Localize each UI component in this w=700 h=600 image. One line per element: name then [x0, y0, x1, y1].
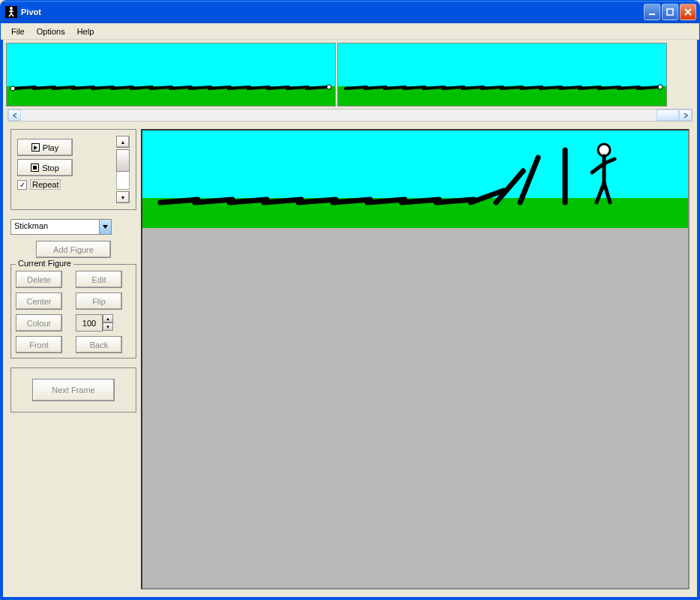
filmstrip-scrollbar[interactable]	[7, 109, 693, 122]
svg-line-37	[540, 87, 561, 88]
scroll-left-button[interactable]	[8, 110, 21, 121]
svg-point-25	[10, 86, 15, 91]
close-button[interactable]	[680, 4, 696, 20]
size-up-button[interactable]: ▲	[103, 314, 113, 322]
svg-line-47	[229, 200, 267, 202]
figure-dropdown[interactable]: Stickman	[10, 219, 112, 235]
svg-line-56	[520, 158, 538, 202]
svg-line-10	[34, 87, 55, 88]
canvas-figures	[142, 130, 688, 228]
chevron-right-icon	[684, 112, 688, 118]
thumb-figures	[7, 44, 336, 106]
frame-thumbnail[interactable]	[337, 43, 667, 106]
menu-help[interactable]: Help	[71, 26, 100, 38]
current-figure-group: Current Figure Delete Edit Center Flip C…	[10, 264, 136, 358]
scroll-thumb[interactable]	[657, 110, 679, 121]
svg-line-50	[333, 200, 370, 202]
canvas-area[interactable]	[141, 129, 690, 590]
svg-point-26	[327, 85, 331, 89]
size-stepper[interactable]: 100 ▲ ▼	[76, 314, 131, 332]
front-label: Front	[29, 340, 49, 350]
svg-line-39	[579, 87, 600, 88]
chevron-down-icon	[103, 225, 108, 229]
add-figure-button[interactable]: Add Figure	[36, 241, 111, 258]
svg-line-51	[367, 200, 405, 202]
size-value[interactable]: 100	[76, 314, 103, 332]
scroll-track[interactable]	[21, 110, 679, 121]
center-button[interactable]: Center	[16, 292, 62, 310]
canvas[interactable]	[142, 130, 688, 228]
front-button[interactable]: Front	[16, 336, 62, 353]
svg-line-24	[307, 87, 328, 88]
maximize-button[interactable]	[662, 4, 678, 20]
size-down-button[interactable]: ▼	[103, 322, 113, 331]
svg-line-23	[287, 87, 308, 88]
filmstrip[interactable]	[6, 43, 694, 106]
svg-line-18	[190, 87, 211, 88]
svg-line-22	[268, 87, 289, 88]
add-figure-label: Add Figure	[53, 245, 94, 254]
close-icon	[684, 8, 692, 16]
next-frame-button[interactable]: Next Frame	[32, 379, 115, 401]
next-frame-panel: Next Frame	[10, 368, 136, 412]
delete-button[interactable]: Delete	[16, 271, 62, 288]
flip-button[interactable]: Flip	[76, 292, 122, 310]
titlebar[interactable]: Pivot	[1, 1, 699, 23]
next-frame-label: Next Frame	[52, 386, 94, 394]
colour-button[interactable]: Colour	[16, 314, 62, 332]
scroll-right-button[interactable]	[679, 110, 692, 121]
svg-point-67	[299, 197, 304, 202]
speed-thumb[interactable]	[116, 149, 130, 172]
sidebar: Play Stop ✓	[10, 129, 136, 590]
minimize-button[interactable]	[644, 4, 660, 20]
play-label: Play	[43, 143, 58, 152]
back-button[interactable]: Back	[76, 336, 122, 353]
menubar: File Options Help	[1, 23, 699, 40]
frame-thumbnail[interactable]	[6, 43, 336, 106]
svg-line-36	[521, 87, 542, 88]
svg-line-38	[560, 87, 581, 88]
svg-line-11	[53, 87, 74, 88]
play-icon	[31, 143, 40, 152]
svg-point-0	[10, 7, 13, 10]
svg-line-42	[638, 87, 659, 88]
svg-rect-5	[649, 14, 655, 15]
repeat-checkbox[interactable]: ✓ Repeat	[17, 179, 61, 190]
menu-file[interactable]: File	[5, 26, 31, 38]
play-button[interactable]: Play	[17, 139, 73, 156]
menu-options[interactable]: Options	[31, 26, 71, 38]
svg-point-70	[402, 197, 407, 202]
app-icon	[5, 6, 17, 18]
svg-line-46	[195, 200, 232, 202]
svg-line-32	[443, 87, 464, 88]
svg-line-48	[264, 200, 301, 202]
stop-label: Stop	[42, 164, 59, 172]
edit-label: Edit	[92, 275, 106, 284]
svg-line-14	[112, 87, 133, 88]
svg-line-9	[14, 87, 35, 88]
delete-label: Delete	[27, 275, 51, 284]
stop-button[interactable]: Stop	[17, 159, 73, 176]
current-figure-legend: Current Figure	[16, 259, 73, 268]
svg-line-41	[618, 87, 639, 88]
svg-point-71	[437, 197, 441, 202]
playback-panel: Play Stop ✓	[10, 129, 136, 210]
center-label: Center	[26, 297, 51, 306]
filmstrip-area	[4, 41, 696, 123]
svg-line-45	[160, 200, 198, 202]
svg-line-33	[462, 87, 483, 88]
speed-up-button[interactable]: ▲	[116, 136, 130, 148]
dropdown-button[interactable]	[99, 220, 111, 234]
svg-line-55	[496, 171, 523, 202]
speed-down-button[interactable]: ▼	[116, 191, 130, 203]
svg-line-16	[151, 87, 172, 88]
edit-button[interactable]: Edit	[76, 271, 122, 288]
svg-rect-6	[667, 9, 673, 15]
svg-line-13	[92, 87, 113, 88]
speed-slider[interactable]: ▲ ▼	[116, 136, 130, 203]
svg-line-27	[346, 87, 366, 88]
minimize-icon	[648, 8, 656, 16]
svg-point-69	[368, 197, 372, 202]
repeat-label: Repeat	[30, 179, 61, 190]
svg-line-34	[482, 87, 503, 88]
